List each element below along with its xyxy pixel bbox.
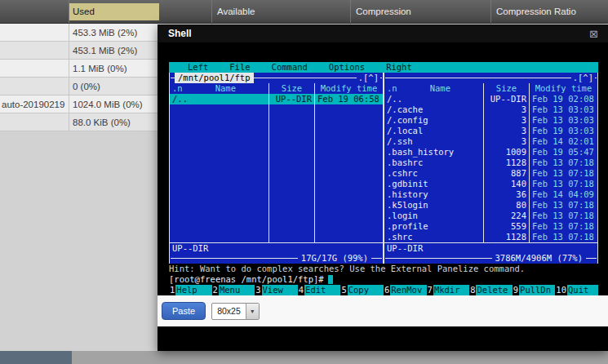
table-cell [0, 24, 69, 41]
file-name: /.cache [384, 104, 483, 115]
mc-panels: /mnt/pool1/ftp .[^] .nName Size Modify t… [169, 73, 598, 264]
column-header-used[interactable]: Used [69, 0, 212, 23]
fkey-pulldn[interactable]: 9PullDn [513, 285, 556, 295]
file-row-empty [170, 189, 383, 200]
terminal-cursor [328, 275, 333, 284]
column-header-compression[interactable]: Compression [351, 0, 491, 23]
panel-corner-button[interactable]: .[^] [571, 73, 595, 83]
mc-menubar: LeftFileCommandOptionsRight [169, 62, 598, 73]
file-size: 140 [483, 179, 529, 189]
file-row[interactable]: .history36Feb 14 04:09 [384, 189, 597, 200]
fkey-bar: 1Help2Menu3View4Edit5Copy6RenMov7Mkdir8D… [169, 285, 598, 295]
file-name: /.local [384, 126, 483, 136]
column-header-compression-ratio-label: Compression Ratio [496, 7, 576, 16]
chevron-down-icon[interactable]: ▼ [246, 304, 259, 319]
left-panel-path: /mnt/pool1/ftp [175, 73, 254, 83]
file-mtime [314, 168, 383, 179]
command-prompt[interactable]: [root@freenas /mnt/pool1/ftp]# [169, 274, 598, 285]
file-size: 224 [483, 211, 529, 221]
file-name: .bash_history [384, 147, 483, 158]
file-row[interactable]: /.ssh3Feb 14 02:01 [384, 136, 597, 147]
file-mtime: Feb 13 07:18 [529, 211, 597, 221]
file-size: 887 [483, 168, 529, 179]
file-row[interactable]: /..UP--DIRFeb 19 02:08 [384, 94, 597, 104]
name-column-header[interactable]: .nName [384, 83, 483, 94]
terminal[interactable]: LeftFileCommandOptionsRight /mnt/pool1/f… [169, 62, 598, 295]
file-row[interactable]: .profile559Feb 13 07:18 [384, 221, 597, 232]
fkey-menu[interactable]: 2Menu [212, 285, 255, 295]
menu-item-options[interactable]: Options [318, 62, 375, 73]
fkey-copy[interactable]: 5Copy [340, 285, 384, 295]
file-mtime: Feb 19 02:08 [529, 94, 597, 104]
file-size: 1128 [483, 232, 529, 242]
right-panel: .[^] .nName Size Modify time /..UP--DIRF… [384, 73, 598, 264]
fkey-help[interactable]: 1Help [169, 285, 212, 295]
fkey-view[interactable]: 3View [255, 285, 298, 295]
fkey-label: PullDn [519, 285, 555, 295]
fkey-mkdir[interactable]: 7Mkdir [427, 285, 470, 295]
fkey-number: 8 [469, 285, 476, 295]
fkey-label: Mkdir [433, 285, 469, 295]
file-name [170, 211, 268, 221]
terminal-size-select[interactable]: 80x25 ▼ [211, 303, 260, 320]
file-row[interactable]: .login224Feb 13 07:18 [384, 211, 597, 221]
file-row-empty [170, 232, 383, 242]
fkey-renmov[interactable]: 6RenMov [384, 285, 427, 295]
file-row-empty [170, 211, 383, 221]
file-size [268, 179, 314, 189]
column-header-name[interactable] [0, 0, 69, 23]
paste-button[interactable]: Paste [162, 302, 206, 320]
column-header-compression-label: Compression [356, 7, 411, 16]
menu-item-left[interactable]: Left [177, 62, 219, 73]
name-column-header[interactable]: .nName [170, 83, 268, 94]
fkey-number: 7 [427, 285, 433, 295]
menu-item-file[interactable]: File [219, 62, 260, 73]
sort-indicator: .n [172, 83, 183, 94]
file-mtime [314, 211, 383, 221]
close-icon[interactable]: ⊠ [589, 29, 598, 39]
size-column-header[interactable]: Size [483, 83, 529, 94]
file-mtime: Feb 13 07:18 [529, 158, 597, 168]
mtime-column-header[interactable]: Modify time [529, 83, 597, 94]
fkey-quit[interactable]: 10Quit [555, 285, 598, 295]
table-cell [0, 113, 69, 131]
file-row[interactable]: /.local3Feb 19 03:03 [384, 126, 597, 136]
file-name [170, 179, 268, 189]
file-size: 3 [483, 115, 529, 126]
panel-corner-button[interactable]: .[^] [357, 73, 380, 83]
sort-indicator: .n [387, 83, 397, 94]
mtime-column-header[interactable]: Modify time [314, 83, 383, 94]
terminal-size-value: 80x25 [212, 304, 246, 319]
file-row[interactable]: .gdbinit140Feb 13 07:18 [384, 179, 597, 189]
size-column-header[interactable]: Size [268, 83, 314, 94]
fkey-delete[interactable]: 8Delete [469, 285, 513, 295]
file-name [170, 104, 268, 115]
file-row[interactable]: .shrc1128Feb 13 07:18 [384, 232, 597, 242]
file-row[interactable]: .bashrc1128Feb 13 07:18 [384, 158, 597, 168]
file-mtime [314, 189, 383, 200]
file-row[interactable]: .bash_history1009Feb 19 05:47 [384, 147, 597, 158]
column-header-compression-ratio[interactable]: Compression Ratio [491, 0, 608, 23]
file-row[interactable]: /.config3Feb 13 03:03 [384, 115, 597, 126]
menu-item-right[interactable]: Right [375, 62, 423, 73]
file-name [170, 136, 268, 147]
fkey-edit[interactable]: 4Edit [298, 285, 341, 295]
file-row[interactable]: .cshrc887Feb 13 07:18 [384, 168, 597, 179]
file-mtime: Feb 13 07:18 [529, 232, 597, 242]
dialog-titlebar[interactable]: Shell ⊠ [158, 24, 608, 42]
column-header-available[interactable]: Available [212, 0, 351, 23]
fkey-label: Help [175, 285, 211, 295]
fkey-number: 2 [212, 285, 219, 295]
menu-item-command[interactable]: Command [261, 62, 318, 73]
file-mtime: Feb 19 05:47 [529, 147, 597, 158]
file-row[interactable]: /..UP--DIRFeb 19 06:58 [170, 94, 383, 104]
file-row[interactable]: .k5login80Feb 13 07:18 [384, 200, 597, 211]
file-row[interactable]: /.cache3Feb 13 03:03 [384, 104, 597, 115]
file-mtime: Feb 13 07:18 [529, 179, 597, 189]
file-row-empty [170, 104, 383, 115]
table-header-row: Used Available Compression Compression R… [0, 0, 608, 24]
fkey-number: 10 [555, 285, 567, 295]
file-mtime [314, 104, 383, 115]
fkey-number: 9 [513, 285, 519, 295]
file-name [170, 115, 268, 126]
